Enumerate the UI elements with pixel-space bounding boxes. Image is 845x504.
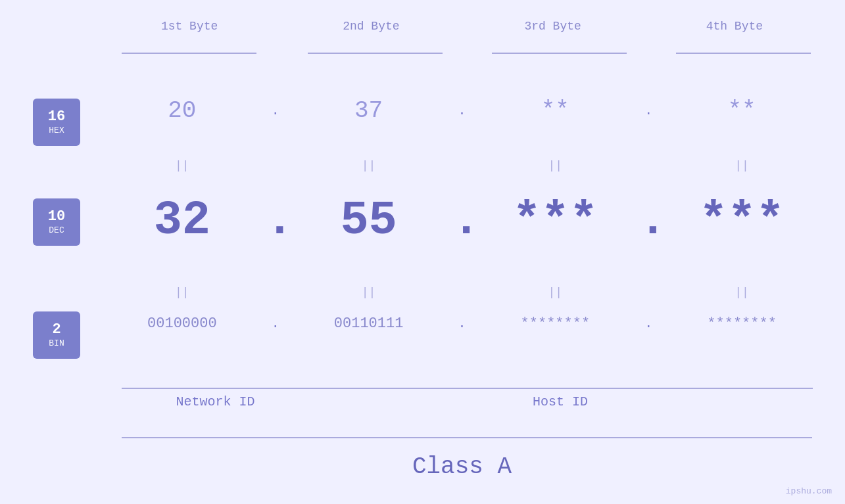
host-id-label: Host ID	[308, 394, 813, 409]
bottom-bracket-network	[122, 388, 309, 389]
dec-val1: 32	[99, 194, 266, 248]
main-container: 16 HEX 10 DEC 2 BIN 1st Byte 2nd Byte 3r…	[0, 0, 845, 504]
bin-val2: 00110111	[285, 315, 452, 332]
column-headers: 1st Byte 2nd Byte 3rd Byte 4th Byte	[99, 20, 825, 33]
eq-row-2: || || || ||	[99, 286, 825, 299]
dec-badge-label: DEC	[49, 225, 64, 236]
eq-cell-8: ||	[658, 286, 825, 299]
header-byte3: 3rd Byte	[462, 20, 644, 33]
bracket-line-2	[308, 53, 443, 54]
bottom-bracket-host	[308, 388, 813, 389]
hex-badge-label: HEX	[49, 126, 64, 136]
bin-badge-num: 2	[52, 321, 60, 338]
header-byte4: 4th Byte	[644, 20, 825, 33]
outer-bracket	[122, 437, 812, 438]
hex-dot2: .	[452, 103, 472, 118]
dec-dot2: .	[452, 194, 472, 248]
watermark: ipshu.com	[786, 486, 832, 496]
class-label: Class A	[99, 453, 825, 480]
bin-dot2: .	[452, 316, 472, 331]
eq-cell-6: ||	[285, 286, 452, 299]
dec-val4: ***	[658, 194, 825, 248]
bin-val4: ********	[658, 315, 825, 332]
bracket-line-4	[676, 53, 811, 54]
bracket-line-1	[122, 53, 256, 54]
eq-cell-5: ||	[99, 286, 266, 299]
header-byte1: 1st Byte	[99, 20, 280, 33]
hex-val2: 37	[285, 97, 452, 124]
dec-val3: ***	[472, 194, 639, 248]
dec-val2: 55	[285, 194, 452, 248]
hex-dot1: .	[266, 103, 285, 118]
bin-val3: ********	[472, 315, 639, 332]
eq-cell-3: ||	[472, 159, 639, 172]
bracket-line-3	[492, 53, 627, 54]
hex-val3: **	[472, 97, 639, 124]
hex-dot3: .	[639, 103, 658, 118]
eq-cell-2: ||	[285, 159, 452, 172]
bin-dot1: .	[266, 316, 285, 331]
dec-badge-num: 10	[48, 208, 65, 225]
hex-val1: 20	[99, 97, 266, 124]
bin-dot3: .	[639, 316, 658, 331]
hex-val4: **	[658, 97, 825, 124]
eq-cell-1: ||	[99, 159, 266, 172]
bin-row: 00100000 . 00110111 . ******** . *******…	[99, 315, 825, 332]
eq-cell-4: ||	[658, 159, 825, 172]
dec-dot1: .	[266, 194, 285, 248]
hex-badge-num: 16	[48, 108, 65, 126]
network-id-label: Network ID	[122, 394, 309, 409]
bin-val1: 00100000	[99, 315, 266, 332]
dec-row: 32 . 55 . *** . ***	[99, 194, 825, 248]
eq-cell-7: ||	[472, 286, 639, 299]
bin-badge-label: BIN	[49, 338, 64, 349]
header-byte2: 2nd Byte	[280, 20, 462, 33]
eq-row-1: || || || ||	[99, 159, 825, 172]
bin-badge: 2 BIN	[33, 311, 80, 359]
dec-badge: 10 DEC	[33, 198, 80, 246]
dec-dot3: .	[639, 194, 658, 248]
hex-badge: 16 HEX	[33, 99, 80, 146]
hex-row: 20 . 37 . ** . **	[99, 97, 825, 124]
